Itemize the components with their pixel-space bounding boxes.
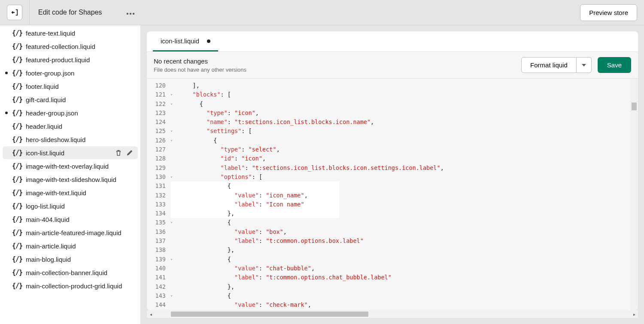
tab-icon-list[interactable]: icon-list.liquid xyxy=(153,32,218,51)
code-line[interactable]: "value": "check-mark", xyxy=(171,300,630,309)
liquid-file-icon: {/} xyxy=(12,176,21,183)
code-line[interactable]: "name": "t:sections.icon_list.blocks.ico… xyxy=(171,118,630,127)
file-item[interactable]: {/}image-with-text.liquid xyxy=(3,186,138,199)
file-item[interactable]: {/}gift-card.liquid xyxy=(3,93,138,106)
caret-down-icon xyxy=(582,64,586,67)
code-line[interactable]: { xyxy=(171,218,630,227)
version-info: No recent changes File does not have any… xyxy=(154,58,246,73)
code-editor[interactable]: 120121˅122˅123124125˅126˅127128129130˅13… xyxy=(147,79,638,310)
file-item[interactable]: {/}image-with-text-overlay.liquid xyxy=(3,160,138,173)
code-line[interactable]: "label": "t:common.options.chat_bubble.l… xyxy=(171,273,630,282)
file-item[interactable]: {/}header-group.json xyxy=(3,106,138,119)
liquid-file-icon: {/} xyxy=(12,282,21,290)
file-name-label: footer-group.json xyxy=(26,70,74,77)
unsaved-indicator-icon xyxy=(207,39,210,43)
file-item[interactable]: {/}logo-list.liquid xyxy=(3,200,138,212)
liquid-file-icon: {/} xyxy=(12,42,21,50)
code-line[interactable]: "value": "icon_name", xyxy=(171,191,630,200)
line-number: 121˅ xyxy=(147,90,168,99)
code-line[interactable]: "settings": [ xyxy=(171,127,630,136)
file-item[interactable]: {/}featured-product.liquid xyxy=(3,53,138,66)
file-name-label: image-with-text-slideshow.liquid xyxy=(26,176,116,183)
liquid-file-icon: {/} xyxy=(12,269,21,276)
tabs-panel: icon-list.liquid xyxy=(147,31,638,52)
file-item[interactable]: {/}feature-text.liquid xyxy=(3,27,138,39)
code-line[interactable]: "blocks": [ xyxy=(171,90,630,99)
code-content[interactable]: ], "blocks": [ { "type": "icon", "name":… xyxy=(171,79,630,310)
code-line[interactable]: "type": "select", xyxy=(171,145,630,154)
file-item[interactable]: {/}hero-slideshow.liquid xyxy=(3,133,138,146)
modified-dot-icon xyxy=(5,112,8,114)
pencil-icon[interactable] xyxy=(126,149,134,157)
file-name-label: logo-list.liquid xyxy=(26,203,65,210)
format-liquid-button[interactable]: Format liquid xyxy=(521,57,577,73)
more-menu-button[interactable] xyxy=(126,8,135,17)
file-item[interactable]: {/}main-404.liquid xyxy=(3,213,138,226)
editor-area: icon-list.liquid No recent changes File … xyxy=(141,25,644,324)
file-name-label: hero-slideshow.liquid xyxy=(26,136,85,143)
liquid-file-icon: {/} xyxy=(12,149,21,157)
line-number: 120 xyxy=(147,81,168,90)
preview-store-button[interactable]: Preview store xyxy=(580,4,637,21)
scrollbar-thumb[interactable] xyxy=(632,103,637,110)
line-number: 122˅ xyxy=(147,100,168,109)
file-name-label: main-article-featured-image.liquid xyxy=(26,229,122,236)
file-name-label: header-group.json xyxy=(26,109,78,117)
file-item[interactable]: {/}featured-collection.liquid xyxy=(3,40,138,53)
code-line[interactable]: "options": [ xyxy=(171,173,630,182)
code-line[interactable]: }, xyxy=(171,245,630,254)
code-line[interactable]: "value": "box", xyxy=(171,227,630,236)
file-item[interactable]: {/}main-collection-product-grid.liquid xyxy=(3,279,138,292)
save-button[interactable]: Save xyxy=(598,57,631,73)
file-item[interactable]: {/}main-blog.liquid xyxy=(3,253,138,266)
line-number: 143˅ xyxy=(147,291,168,300)
file-sidebar[interactable]: {/}feature-text.liquid{/}featured-collec… xyxy=(0,25,141,324)
code-line[interactable]: { xyxy=(171,255,630,264)
code-line[interactable]: "label": "t:common.options.box.label" xyxy=(171,236,630,245)
code-line[interactable]: "id": "icon", xyxy=(171,154,630,163)
scroll-right-arrow-icon[interactable]: ▸ xyxy=(630,310,638,318)
liquid-file-icon: {/} xyxy=(12,215,21,223)
code-line[interactable]: }, xyxy=(171,209,630,218)
divider xyxy=(29,0,30,25)
editor-toolbar: No recent changes File does not have any… xyxy=(147,52,638,79)
top-bar: Edit code for Shapes Preview store xyxy=(0,0,644,25)
file-item[interactable]: {/}footer.liquid xyxy=(3,80,138,93)
format-dropdown-button[interactable] xyxy=(577,57,592,73)
scrollbar-thumb-horizontal[interactable] xyxy=(171,312,368,317)
file-item[interactable]: {/}main-article.liquid xyxy=(3,239,138,252)
code-line[interactable]: { xyxy=(171,291,630,300)
scroll-left-arrow-icon[interactable]: ◂ xyxy=(147,310,155,318)
vertical-scrollbar[interactable] xyxy=(630,79,638,310)
code-line[interactable]: ], xyxy=(171,81,630,90)
file-item[interactable]: {/}main-collection-banner.liquid xyxy=(3,266,138,279)
liquid-file-icon: {/} xyxy=(12,162,21,170)
liquid-file-icon: {/} xyxy=(12,255,21,263)
horizontal-scrollbar[interactable]: ◂ ▸ xyxy=(147,310,638,318)
line-number: 142 xyxy=(147,282,168,291)
code-line[interactable]: "value": "chat-bubble", xyxy=(171,264,630,273)
file-item[interactable]: {/}image-with-text-slideshow.liquid xyxy=(3,173,138,186)
code-line[interactable]: "label": "t:sections.icon_list.blocks.ic… xyxy=(171,164,630,173)
file-item[interactable]: {/}icon-list.liquid xyxy=(3,146,138,159)
code-line[interactable]: "label": "Icon name" xyxy=(171,200,630,209)
line-number: 137 xyxy=(147,236,168,245)
file-name-label: main-collection-banner.liquid xyxy=(26,269,107,276)
code-line[interactable]: "type": "icon", xyxy=(171,109,630,118)
code-line[interactable]: { xyxy=(171,136,630,145)
file-item[interactable]: {/}header.liquid xyxy=(3,120,138,133)
code-line[interactable]: { xyxy=(171,182,630,191)
liquid-file-icon: {/} xyxy=(12,122,21,130)
file-name-label: footer.liquid xyxy=(26,83,59,90)
trash-icon[interactable] xyxy=(115,149,122,157)
line-number: 131˅ xyxy=(147,182,168,191)
file-name-label: feature-text.liquid xyxy=(26,30,75,37)
code-line[interactable]: { xyxy=(171,100,630,109)
code-line[interactable]: }, xyxy=(171,282,630,291)
file-item[interactable]: {/}main-article-featured-image.liquid xyxy=(3,226,138,239)
file-item[interactable]: {/}footer-group.json xyxy=(3,67,138,79)
file-name-label: header.liquid xyxy=(26,123,62,130)
line-number: 136 xyxy=(147,227,168,236)
file-name-label: featured-product.liquid xyxy=(26,56,90,64)
back-button[interactable] xyxy=(7,5,22,20)
